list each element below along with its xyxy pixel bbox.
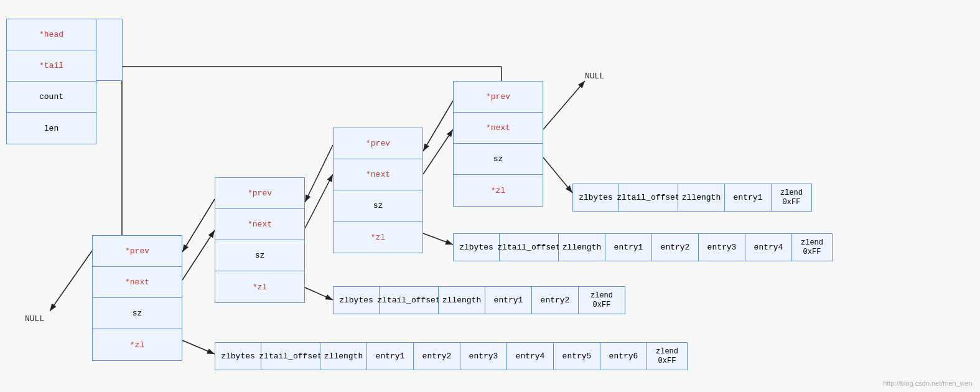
null-label-2: NULL	[585, 72, 604, 81]
len-field: len	[7, 113, 96, 144]
diagram: *head *tail count len NULL NULL *prev *n…	[0, 0, 980, 392]
svg-line-9	[305, 145, 333, 202]
tail-label: *tail	[39, 61, 63, 70]
node2: *prev *next sz *zl	[215, 177, 305, 303]
head-right-box	[96, 19, 123, 81]
svg-line-11	[423, 101, 453, 151]
zl1-entry1: entry1	[376, 352, 405, 361]
node4-prev: *prev	[454, 82, 543, 113]
zl1-entry6: entry6	[609, 352, 638, 361]
node4-sz: sz	[454, 144, 543, 175]
zl4-zltail: zltail_offset	[617, 193, 679, 202]
svg-line-14	[305, 287, 333, 300]
count-label: count	[39, 92, 63, 101]
node4-zl: *zl	[454, 175, 543, 206]
zl1-zlend: zlend0xFF	[656, 347, 678, 365]
zl4-zlbytes: zlbytes	[579, 193, 613, 202]
zl3-entry4: entry4	[754, 243, 783, 252]
head-field: *head	[7, 19, 96, 50]
zl3-entry3: entry3	[707, 243, 737, 252]
null-label-1: NULL	[25, 314, 44, 324]
svg-line-13	[182, 340, 215, 354]
node2-sz: sz	[215, 240, 304, 271]
svg-line-12	[543, 81, 585, 129]
node3-sz: sz	[334, 190, 422, 222]
zl-node1: zlbytes zltail_offset zllength entry1 en…	[215, 342, 688, 370]
node2-zl: *zl	[215, 271, 304, 302]
node1-prev: *prev	[93, 236, 182, 267]
svg-line-6	[182, 230, 215, 280]
zl4-zllength: zllength	[682, 193, 721, 202]
zl-node3: zlbytes zltail_offset zllength entry1 en…	[453, 233, 833, 261]
node3-next: *next	[334, 159, 422, 190]
zl2-zlend: zlend0xFF	[590, 291, 613, 309]
zl1-zllength: zllength	[324, 352, 363, 361]
zl2-zllength: zllength	[442, 296, 481, 305]
svg-line-10	[423, 129, 453, 174]
tail-field: *tail	[7, 50, 96, 82]
svg-line-16	[543, 157, 572, 193]
node4: *prev *next sz *zl	[453, 81, 543, 207]
zl-node2: zlbytes zltail_offset zllength entry1 en…	[333, 286, 625, 314]
node2-prev: *prev	[215, 178, 304, 209]
node3-prev: *prev	[334, 128, 422, 159]
zl1-entry3: entry3	[469, 352, 498, 361]
node1-zl: *zl	[93, 329, 182, 360]
node3-zl: *zl	[334, 222, 422, 253]
svg-line-7	[182, 199, 215, 252]
node4-next: *next	[454, 113, 543, 144]
zl3-zltail: zltail_offset	[497, 243, 560, 252]
watermark: http://blog.csdn.net/men_wen	[883, 380, 973, 387]
zl1-entry4: entry4	[516, 352, 545, 361]
len-label: len	[44, 124, 58, 133]
svg-line-5	[50, 251, 92, 311]
zl4-entry1: entry1	[734, 193, 763, 202]
node1-sz: sz	[93, 298, 182, 329]
zl3-zlbytes: zlbytes	[459, 243, 493, 252]
svg-line-15	[423, 233, 453, 245]
zl2-entry1: entry1	[494, 296, 523, 305]
zl3-entry2: entry2	[661, 243, 690, 252]
zl3-zlend: zlend0xFF	[801, 238, 823, 256]
zl1-entry5: entry5	[562, 352, 592, 361]
node1: *prev *next sz *zl	[92, 235, 182, 361]
zl-node4: zlbytes zltail_offset zllength entry1 zl…	[572, 184, 812, 212]
zl3-zllength: zllength	[562, 243, 601, 252]
zl2-zlbytes: zlbytes	[339, 296, 373, 305]
zl1-entry2: entry2	[422, 352, 452, 361]
main-struct: *head *tail count len	[6, 19, 96, 144]
zl3-entry1: entry1	[614, 243, 643, 252]
head-label: *head	[39, 30, 63, 39]
zl2-entry2: entry2	[541, 296, 570, 305]
zl2-zltail: zltail_offset	[377, 296, 440, 305]
zl1-zltail: zltail_offset	[259, 352, 322, 361]
count-field: count	[7, 82, 96, 113]
zl1-zlbytes: zlbytes	[221, 352, 255, 361]
node1-next: *next	[93, 267, 182, 298]
svg-line-8	[305, 174, 333, 228]
node3: *prev *next sz *zl	[333, 128, 423, 253]
zl4-zlend: zlend0xFF	[780, 189, 803, 207]
node2-next: *next	[215, 209, 304, 240]
